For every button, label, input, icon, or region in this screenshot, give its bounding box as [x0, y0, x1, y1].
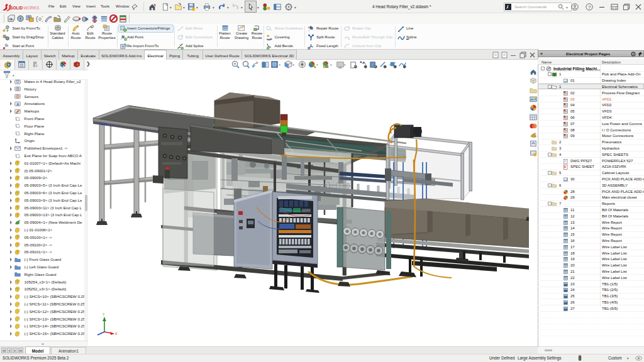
svg-text:WORKS: WORKS: [24, 6, 40, 10]
svg-text:{o}: {o}: [35, 16, 43, 23]
svg-text:SOLID: SOLID: [10, 6, 23, 10]
svg-text:X: X: [115, 332, 118, 336]
svg-text:?: ?: [588, 4, 591, 10]
svg-text:A: A: [564, 167, 566, 169]
svg-text:A: A: [16, 102, 19, 106]
svg-text:Y: Y: [103, 312, 105, 316]
